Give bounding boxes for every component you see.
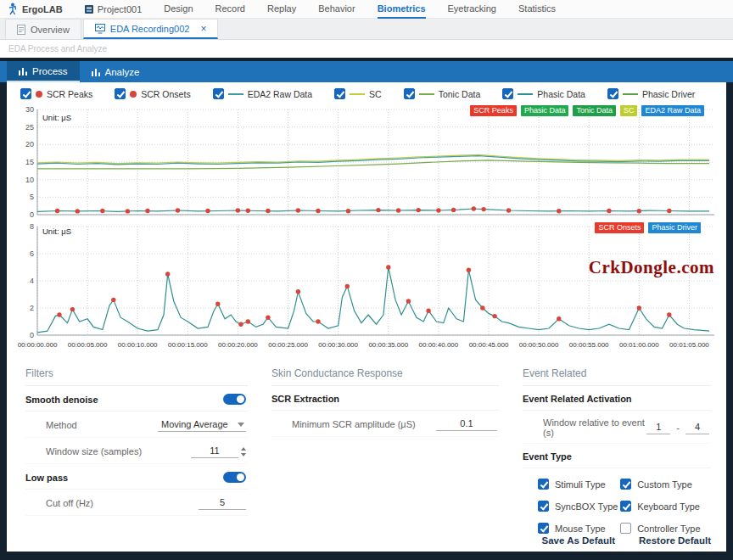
- event-type-stimuli[interactable]: Stimuli Type: [538, 479, 620, 490]
- legend-sc[interactable]: SC: [334, 88, 382, 99]
- close-tab-icon[interactable]: ×: [200, 24, 206, 34]
- line-swatch-icon: [518, 93, 533, 95]
- workspace-frame: Process Analyze SCR Peaks: [0, 58, 733, 560]
- menu-statistics[interactable]: Statistics: [518, 0, 556, 19]
- window-size-row: Window size (samples) 11: [25, 438, 248, 464]
- tab-process[interactable]: Process: [7, 61, 80, 82]
- badge-sc: SC: [620, 105, 638, 116]
- svg-text:0: 0: [30, 331, 34, 339]
- event-window-row: Window relative to event (s) 1 - 4: [523, 411, 711, 444]
- checkbox[interactable]: [334, 88, 345, 99]
- chevron-down-icon: [238, 423, 244, 427]
- scr-title: Skin Conductance Response: [271, 361, 499, 386]
- method-label: Method: [46, 420, 77, 430]
- window-from-input[interactable]: 1: [646, 421, 670, 434]
- svg-text:00:00:10.000: 00:00:10.000: [118, 341, 158, 349]
- legend-phasic-data[interactable]: Phasic Data: [502, 88, 585, 99]
- checkbox[interactable]: [20, 88, 31, 99]
- smooth-denoise-toggle[interactable]: [223, 394, 246, 405]
- phasic-driver-plot: 00:00:00.00000:00:05.00000:00:10.00000:0…: [8, 220, 726, 361]
- checkbox[interactable]: [538, 479, 549, 490]
- event-related-panel: Event Related Event Related Activation W…: [523, 361, 711, 534]
- menu-replay[interactable]: Replay: [267, 0, 296, 19]
- legend-tonic-data[interactable]: Tonic Data: [404, 88, 481, 99]
- svg-text:00:00:50.000: 00:00:50.000: [519, 341, 559, 349]
- window-to-input[interactable]: 4: [685, 421, 709, 434]
- low-pass-header: Low pass: [25, 464, 248, 490]
- process-tab-label: Process: [32, 66, 68, 76]
- svg-text:00:00:30.000: 00:00:30.000: [318, 341, 358, 349]
- checkbox[interactable]: [404, 88, 415, 99]
- event-type-custom[interactable]: Custom Type: [620, 479, 711, 490]
- low-pass-toggle[interactable]: [223, 472, 246, 483]
- save-as-default-button[interactable]: Save As Default: [542, 535, 616, 546]
- menu-eyetracking[interactable]: Eyetracking: [448, 0, 496, 19]
- restore-default-button[interactable]: Restore Default: [639, 535, 711, 546]
- menu-project001[interactable]: Project001: [85, 0, 143, 19]
- footer-actions: Save As Default Restore Default: [542, 535, 712, 546]
- event-type-mouse[interactable]: Mouse Type: [538, 523, 620, 534]
- event-type-grid: Stimuli Type Custom Type SyncBOX Type: [523, 468, 711, 534]
- method-value: Moving Average: [161, 419, 228, 429]
- badge-phasic-data: Phasic Data: [521, 105, 569, 116]
- menu-design[interactable]: Design: [164, 0, 193, 19]
- checkbox[interactable]: [538, 501, 549, 512]
- checkbox[interactable]: [620, 523, 631, 534]
- tab-recording-label: EDA Recording002: [110, 24, 190, 34]
- event-type-keyboard[interactable]: Keyboard Type: [620, 501, 711, 512]
- brand: ErgoLAB: [7, 3, 63, 15]
- checkbox[interactable]: [620, 501, 631, 512]
- legend-phasic-driver[interactable]: Phasic Driver: [607, 88, 695, 99]
- tab-analyze[interactable]: Analyze: [80, 61, 152, 82]
- range-separator: -: [676, 423, 680, 433]
- svg-text:00:00:05.000: 00:00:05.000: [68, 341, 108, 349]
- analyze-tab-label: Analyze: [105, 67, 140, 77]
- bottom-chart-badges: SCR Onsets Phasic Driver: [595, 222, 701, 233]
- content-wrap: SCR Peaks SCR Onsets EDA2 Raw Data: [0, 82, 733, 560]
- project-icon: [85, 5, 93, 14]
- svg-text:00:00:25.000: 00:00:25.000: [268, 341, 308, 349]
- svg-text:8: 8: [30, 222, 34, 231]
- window-size-input[interactable]: 11: [191, 445, 238, 458]
- checkbox[interactable]: [620, 479, 631, 490]
- waveform-icon: [95, 24, 105, 34]
- badge-eda2-raw-data: EDA2 Raw Data: [641, 105, 704, 116]
- tab-overview[interactable]: Overview: [5, 19, 81, 39]
- checkbox[interactable]: [213, 88, 224, 99]
- app-title: ErgoLAB: [22, 4, 63, 14]
- event-activation-header: Event Related Activation: [523, 386, 711, 411]
- line-swatch-icon: [350, 93, 365, 95]
- legend-scr-onsets[interactable]: SCR Onsets: [115, 88, 190, 99]
- settings-panels: Filters Smooth denoise Method Moving Ave…: [7, 357, 726, 534]
- menu-biometrics[interactable]: Biometrics: [378, 0, 426, 19]
- min-scr-amplitude-input[interactable]: 0.1: [436, 417, 497, 431]
- badge-phasic-driver: Phasic Driver: [648, 222, 701, 233]
- checkbox[interactable]: [538, 523, 549, 534]
- event-type-syncbox[interactable]: SyncBOX Type: [538, 501, 620, 512]
- checkbox[interactable]: [115, 88, 126, 99]
- watermark-text: CrkDongle.com: [589, 257, 714, 278]
- svg-text:25: 25: [25, 123, 34, 132]
- legend-scr-peaks[interactable]: SCR Peaks: [20, 88, 92, 99]
- unit-label: Unit: μS: [42, 113, 71, 122]
- svg-text:00:00:45.000: 00:00:45.000: [469, 341, 509, 349]
- svg-text:6: 6: [30, 249, 34, 258]
- bar-chart-icon: [19, 67, 27, 76]
- svg-text:00:01:00.000: 00:01:00.000: [619, 341, 659, 349]
- checkbox[interactable]: [502, 88, 513, 99]
- menu-behavior[interactable]: Behavior: [318, 0, 355, 19]
- stepper-arrows-icon[interactable]: [241, 447, 246, 456]
- top-chart-badges: SCR Peaks Phasic Data Tonic Data SC EDA2…: [470, 105, 704, 116]
- svg-text:00:00:40.000: 00:00:40.000: [419, 341, 459, 349]
- top-chart: 051015202530 Unit: μS SCR Peaks Phasic D…: [8, 103, 726, 220]
- line-swatch-icon: [228, 93, 243, 95]
- menu-record[interactable]: Record: [215, 0, 245, 19]
- legend-eda2-raw-data[interactable]: EDA2 Raw Data: [213, 88, 312, 99]
- line-swatch-icon: [419, 93, 434, 95]
- method-select[interactable]: Moving Average: [158, 418, 246, 432]
- checkbox[interactable]: [607, 88, 618, 99]
- tab-eda-recording002[interactable]: EDA Recording002 ×: [83, 19, 219, 39]
- cut-off-input[interactable]: 5: [199, 496, 246, 510]
- event-type-label: Event Type: [523, 451, 572, 462]
- event-type-controller[interactable]: Controller Type: [620, 523, 711, 534]
